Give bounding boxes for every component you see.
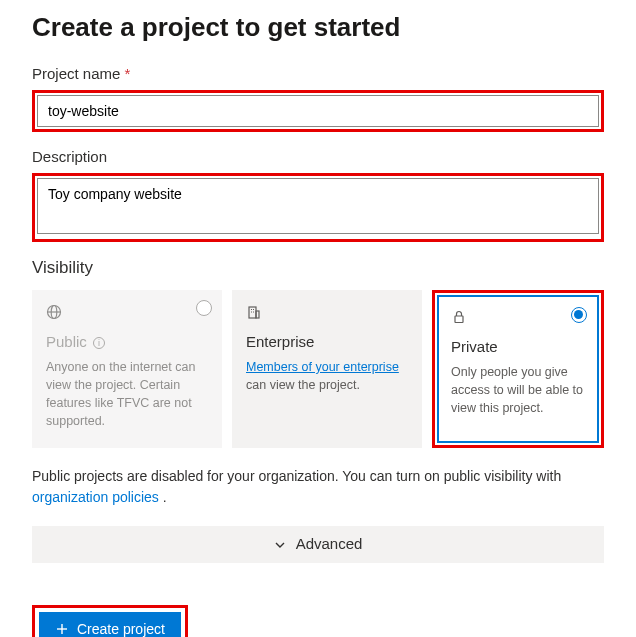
public-title: Public i (46, 333, 208, 350)
private-title: Private (451, 338, 585, 355)
required-mark: * (125, 65, 131, 82)
lock-icon (451, 309, 585, 328)
building-icon (246, 304, 408, 323)
project-name-input[interactable] (37, 95, 599, 127)
private-desc: Only people you give access to will be a… (451, 363, 585, 417)
description-highlight (32, 173, 604, 242)
create-project-button[interactable]: Create project (39, 612, 181, 637)
svg-rect-3 (249, 307, 256, 318)
public-desc: Anyone on the internet can view the proj… (46, 358, 208, 431)
radio-private[interactable] (571, 307, 587, 323)
info-icon: i (93, 337, 105, 349)
private-highlight: Private Only people you give access to w… (432, 290, 604, 448)
description-label: Description (32, 148, 604, 165)
public-disabled-note: Public projects are disabled for your or… (32, 466, 604, 508)
advanced-toggle[interactable]: Advanced (32, 526, 604, 563)
visibility-option-public: Public i Anyone on the internet can view… (32, 290, 222, 448)
visibility-option-enterprise[interactable]: Enterprise Members of your enterprise ca… (232, 290, 422, 448)
enterprise-desc: Members of your enterprise can view the … (246, 358, 408, 394)
advanced-label: Advanced (296, 535, 363, 552)
plus-icon (55, 622, 69, 636)
svg-rect-9 (455, 316, 463, 323)
page-title: Create a project to get started (32, 12, 604, 43)
chevron-down-icon (274, 537, 286, 554)
description-input[interactable] (37, 178, 599, 234)
radio-public (196, 300, 212, 316)
enterprise-title: Enterprise (246, 333, 408, 350)
enterprise-members-link[interactable]: Members of your enterprise (246, 360, 399, 374)
visibility-option-private[interactable]: Private Only people you give access to w… (437, 295, 599, 443)
visibility-options: Public i Anyone on the internet can view… (32, 290, 604, 448)
project-name-highlight (32, 90, 604, 132)
visibility-label: Visibility (32, 258, 604, 278)
globe-icon (46, 304, 208, 323)
svg-rect-4 (256, 311, 259, 318)
create-button-highlight: Create project (32, 605, 188, 637)
create-button-label: Create project (77, 621, 165, 637)
project-name-label: Project name * (32, 65, 604, 82)
organization-policies-link[interactable]: organization policies (32, 489, 159, 505)
